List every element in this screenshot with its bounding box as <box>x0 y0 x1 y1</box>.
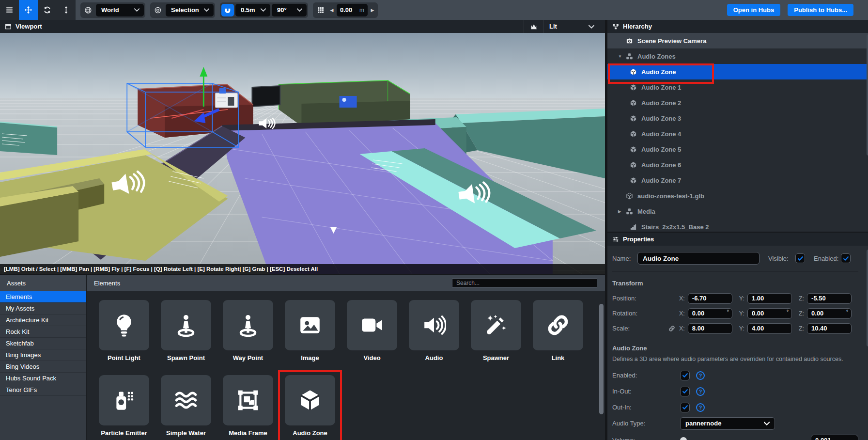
search-input[interactable] <box>452 279 597 287</box>
hierarchy-item-audio-zone-3[interactable]: Audio Zone 3 <box>607 110 868 126</box>
publish-to-hubs-button[interactable]: Publish to Hubs... <box>788 4 853 16</box>
hierarchy-item-audio-zone-6[interactable]: Audio Zone 6 <box>607 157 868 173</box>
asset-tile <box>99 300 149 350</box>
asset-tile <box>161 300 211 350</box>
az-toggle-row-out-in: Out-In:? <box>612 399 858 415</box>
scale-tool-button[interactable] <box>57 0 76 20</box>
open-in-hubs-button[interactable]: Open in Hubs <box>727 4 781 16</box>
visible-checkbox[interactable] <box>795 253 805 263</box>
image-icon <box>298 313 322 337</box>
rotate-tool-button[interactable] <box>38 0 57 20</box>
out-in-checkbox[interactable] <box>680 403 690 412</box>
scale-icon <box>62 6 70 14</box>
snap-translate-select[interactable]: 0.5m <box>235 4 270 16</box>
audio-zone-section-title: Audio Zone <box>612 345 858 352</box>
asset-source-architecture-kit[interactable]: Architecture Kit <box>0 314 86 326</box>
menu-button[interactable] <box>0 0 19 20</box>
help-icon[interactable]: ? <box>696 403 705 412</box>
asset-item-way-point[interactable]: Way Point <box>223 300 273 361</box>
hierarchy-item-audio-zones-test-1-glb[interactable]: audio-zones-test-1.glb <box>607 188 868 204</box>
position-x-input[interactable] <box>688 293 732 304</box>
asset-item-spawn-point[interactable]: Spawn Point <box>161 300 211 361</box>
assets-scrollbar[interactable] <box>599 304 604 414</box>
hierarchy-item-audio-zone-5[interactable]: Audio Zone 5 <box>607 141 868 157</box>
asset-tile <box>409 300 459 350</box>
in-out-checkbox[interactable] <box>680 387 690 396</box>
asset-source-rock-kit[interactable]: Rock Kit <box>0 326 86 338</box>
stairs-icon <box>630 223 637 231</box>
asset-source-elements[interactable]: Elements <box>0 291 86 303</box>
asset-item-link[interactable]: Link <box>533 300 583 361</box>
asset-grid: Point LightSpawn PointWay PointImageVide… <box>87 291 605 437</box>
asset-item-audio[interactable]: Audio <box>409 300 459 361</box>
hierarchy-item-audio-zone-4[interactable]: Audio Zone 4 <box>607 126 868 141</box>
name-input[interactable] <box>637 252 760 265</box>
magnet-toggle[interactable] <box>221 4 234 16</box>
viewport-3d-scene[interactable]: [LMB] Orbit / Select | [MMB] Pan | [RMB]… <box>0 33 605 274</box>
hierarchy-item-stairs-2x2x1-5-base-2[interactable]: Stairs_2x2x1.5_Base 2 <box>607 219 868 232</box>
wand-icon <box>484 313 508 337</box>
asset-source-tenor-gifs[interactable]: Tenor GIFs <box>0 384 86 396</box>
asset-source-bing-images[interactable]: Bing Images <box>0 349 86 361</box>
grid-height-increase-button[interactable]: ▶ <box>369 8 376 13</box>
asset-item-simple-water[interactable]: Simple Water <box>161 375 211 437</box>
scale-z-input[interactable] <box>807 323 852 334</box>
window-icon <box>5 23 12 30</box>
waves-icon <box>174 388 198 412</box>
asset-source-my-assets[interactable]: My Assets <box>0 303 86 314</box>
link-scale-icon[interactable] <box>668 325 679 332</box>
volume-slider-handle[interactable] <box>680 437 687 440</box>
help-icon[interactable]: ? <box>696 371 705 380</box>
rotation-y-input[interactable] <box>747 308 792 319</box>
transform-space-select[interactable]: World <box>96 4 144 16</box>
asset-source-list: ElementsMy AssetsArchitecture KitRock Ki… <box>0 291 86 396</box>
volume-row: Volume: <box>612 432 858 440</box>
asset-item-point-light[interactable]: Point Light <box>99 300 149 361</box>
rotation-x-input[interactable] <box>688 308 732 319</box>
scale-x-input[interactable] <box>688 323 732 334</box>
rotation-z-input[interactable] <box>807 308 852 319</box>
help-icon[interactable]: ? <box>696 387 705 396</box>
scale-y-input[interactable] <box>747 323 792 334</box>
hierarchy-item-audio-zone-1[interactable]: Audio Zone 1 <box>607 79 868 95</box>
grid-icon <box>314 4 327 16</box>
audio-type-select[interactable]: pannernode <box>680 417 775 430</box>
asset-source-hubs-sound-pack[interactable]: Hubs Sound Pack <box>0 373 86 384</box>
caret-right-icon[interactable]: ▶ <box>618 209 626 214</box>
position-y-input[interactable] <box>747 293 792 304</box>
spray-icon <box>112 388 136 412</box>
hierarchy-item-audio-zone[interactable]: Audio Zone <box>607 64 868 79</box>
volume-input[interactable] <box>811 435 858 440</box>
hierarchy-item-audio-zone-7[interactable]: Audio Zone 7 <box>607 173 868 188</box>
render-mode-select[interactable]: Lit <box>543 20 600 33</box>
translate-tool-button[interactable] <box>19 0 38 20</box>
transform-pivot-select[interactable]: Selection <box>166 4 214 16</box>
asset-item-video[interactable]: Video <box>347 300 397 361</box>
enabled-checkbox[interactable] <box>841 253 851 263</box>
snap-rotate-select[interactable]: 90° <box>272 4 307 16</box>
grid-height-value[interactable]: 0.00 m <box>337 4 368 16</box>
enabled-checkbox[interactable] <box>680 371 690 380</box>
check-icon <box>682 372 688 378</box>
position-z-input[interactable] <box>807 293 852 304</box>
asset-source-bing-videos[interactable]: Bing Videos <box>0 361 86 373</box>
hierarchy-title: Hierarchy <box>623 23 652 30</box>
grid-height-decrease-button[interactable]: ◀ <box>328 8 336 13</box>
caret-down-icon[interactable]: ▼ <box>618 54 626 59</box>
hierarchy-item-scene-preview-camera[interactable]: Scene Preview Camera <box>607 33 868 48</box>
asset-item-audio-zone[interactable]: Audio Zone <box>285 375 335 437</box>
chevron-down-icon <box>764 422 770 425</box>
asset-source-sketchfab[interactable]: Sketchfab <box>0 338 86 349</box>
asset-item-particle-emitter[interactable]: Particle Emitter <box>99 375 149 437</box>
scale-row: Scale: X: Y: Z: <box>612 321 858 336</box>
stats-toggle-button[interactable] <box>524 20 543 33</box>
asset-item-image[interactable]: Image <box>285 300 335 361</box>
hierarchy-item-audio-zone-2[interactable]: Audio Zone 2 <box>607 95 868 110</box>
chevron-down-icon <box>589 25 594 29</box>
asset-tile <box>285 300 335 350</box>
asset-item-spawner[interactable]: Spawner <box>471 300 521 361</box>
hierarchy-item-audio-zones[interactable]: ▼Audio Zones <box>607 48 868 64</box>
hierarchy-item-media[interactable]: ▶Media <box>607 204 868 219</box>
asset-item-media-frame[interactable]: Media Frame <box>223 375 273 437</box>
teal-walls-left <box>0 122 57 155</box>
